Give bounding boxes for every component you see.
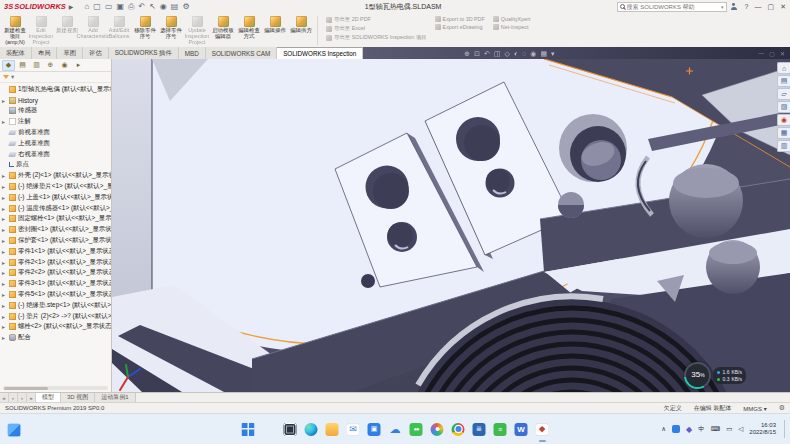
- quick-tool-icon[interactable]: ▣: [116, 3, 124, 11]
- heads-up-tool-icon[interactable]: ▦: [540, 50, 547, 57]
- heads-up-tool-icon[interactable]: ◇: [505, 50, 510, 57]
- export-menu-item[interactable]: 导出至 SOLIDWORKS Inspection 项目: [326, 34, 427, 41]
- show-desktop-button[interactable]: [784, 420, 786, 438]
- expand-arrow-icon[interactable]: ▸: [2, 97, 9, 104]
- taskbar-app-icon[interactable]: [326, 414, 339, 444]
- clock[interactable]: 16:032022/8/15: [749, 422, 776, 436]
- expand-arrow-icon[interactable]: ▸: [2, 313, 9, 320]
- heads-up-tool-icon[interactable]: ◉: [530, 50, 536, 57]
- expand-arrow-icon[interactable]: ▸: [2, 259, 9, 266]
- quick-tool-icon[interactable]: ⎙: [128, 3, 134, 11]
- close-button[interactable]: ✕: [780, 3, 786, 11]
- heads-up-tool-icon[interactable]: ◌: [522, 50, 526, 57]
- widgets-icon[interactable]: [7, 423, 21, 437]
- ribbon-button[interactable]: 新建检查项目 (amp;N): [2, 14, 28, 47]
- tree-item[interactable]: ▸ 上视基准面: [2, 138, 111, 149]
- search-input[interactable]: [627, 4, 719, 10]
- tree-item[interactable]: ▸ 零件2<1> (默认<<默认>_显示状态: [2, 257, 111, 268]
- tree-item[interactable]: ▸ 零件1<1> (默认<<默认>_显示状态: [2, 246, 111, 257]
- ribbon-button[interactable]: 启动模板编辑器: [210, 14, 236, 47]
- quick-tool-icon[interactable]: ↖: [149, 3, 156, 11]
- tab-scroll-button[interactable]: »: [27, 393, 36, 402]
- quick-tool-icon[interactable]: ⌂: [84, 3, 89, 11]
- volume-icon[interactable]: ◁: [738, 425, 743, 433]
- restore-button[interactable]: ▢: [768, 3, 775, 11]
- taskbar-app-icon[interactable]: ▣: [368, 414, 381, 444]
- export-menu-item[interactable]: Net-Inspect: [493, 24, 531, 30]
- taskbar-app-icon[interactable]: W: [515, 414, 528, 444]
- expand-arrow-icon[interactable]: ▸: [2, 334, 9, 341]
- task-pane-icon[interactable]: ▱: [777, 88, 790, 100]
- heads-up-tool-icon[interactable]: ◫: [494, 50, 501, 57]
- expand-arrow-icon[interactable]: ▸: [2, 323, 9, 330]
- view-tab[interactable]: 模型: [36, 393, 61, 402]
- taskbar-app-icon[interactable]: [431, 414, 444, 444]
- help-button[interactable]: ?: [745, 3, 749, 10]
- ribbon-button[interactable]: 移除零件序号: [132, 14, 158, 47]
- tree-item[interactable]: ▸ 零件3<1> (默认<<默认>_显示状态: [2, 278, 111, 289]
- expand-arrow-icon[interactable]: ▸: [2, 118, 9, 125]
- heads-up-tool-icon[interactable]: ▾: [551, 50, 555, 57]
- expand-arrow-icon[interactable]: ▸: [2, 205, 9, 212]
- quick-tool-icon[interactable]: ↶: [138, 3, 145, 11]
- ribbon-button[interactable]: 编辑供方: [288, 14, 314, 47]
- display-icon[interactable]: ▭: [726, 425, 732, 433]
- tree-root-item[interactable]: ▸ 1型轴瓦热电偶 (默认<默认_显示状态-1: [2, 84, 111, 95]
- ribbon-tab[interactable]: 装配体: [0, 47, 32, 59]
- units-selector[interactable]: MMGS ▾: [743, 405, 766, 412]
- tab-scroll-button[interactable]: ‹: [9, 393, 18, 402]
- tree-item[interactable]: ▸ (-) 垫片 (2)<2> ->? (默认<<默认>: [2, 311, 111, 322]
- minimize-button[interactable]: —: [755, 3, 762, 10]
- tree-filter-row[interactable]: ▾: [0, 72, 111, 83]
- tree-item[interactable]: ▸ (-) 温度传感器<1> (默认<<默认>_: [2, 203, 111, 214]
- tree-item[interactable]: ▸ (-) 绝缘垫.step<1> (默认<<默认>: [2, 300, 111, 311]
- ime-indicator[interactable]: 中: [698, 425, 705, 434]
- tree-item[interactable]: ▸ 螺栓<2> (默认<<默认>_显示状态: [2, 322, 111, 333]
- ribbon-button[interactable]: Update Inspection Project: [184, 14, 210, 47]
- taskbar-app-icon[interactable]: [452, 414, 465, 444]
- filter-dropdown-icon[interactable]: ▾: [11, 73, 14, 81]
- tree-item[interactable]: ▸ 原点: [2, 160, 111, 171]
- help-search-box[interactable]: ▾: [617, 2, 727, 12]
- tab-scroll-button[interactable]: ›: [18, 393, 27, 402]
- ribbon-tab[interactable]: SOLIDWORKS 插件: [109, 47, 179, 59]
- ribbon-button[interactable]: 编辑检查方式: [236, 14, 262, 47]
- heads-up-tool-icon[interactable]: ⊕: [464, 50, 470, 57]
- panel-tab-icon[interactable]: ◉: [58, 60, 71, 71]
- expand-arrow-icon[interactable]: ▸: [2, 269, 9, 276]
- taskbar-app-icon[interactable]: [242, 414, 255, 444]
- ribbon-tab[interactable]: SOLIDWORKS Inspection: [277, 47, 363, 59]
- security-shield-icon[interactable]: ◆: [686, 425, 692, 434]
- task-pane-icon[interactable]: ▦: [777, 127, 790, 139]
- tree-item[interactable]: ▸ 零件5<1> (默认<<默认>_显示状态: [2, 289, 111, 300]
- ribbon-tab[interactable]: SOLIDWORKS CAM: [206, 47, 277, 59]
- tree-item[interactable]: ▸ 传感器: [2, 106, 111, 117]
- tree-item[interactable]: ▸ 右视基准面: [2, 149, 111, 160]
- expand-arrow-icon[interactable]: ▸: [2, 226, 9, 233]
- tree-item[interactable]: ▸ 配合: [2, 332, 111, 343]
- quick-tool-icon[interactable]: ▤: [171, 3, 179, 11]
- menu-flyout-arrow[interactable]: ▶: [69, 3, 74, 10]
- quick-tool-icon[interactable]: ▢: [93, 3, 101, 11]
- ribbon-tab[interactable]: MBD: [179, 47, 206, 59]
- task-pane-icon[interactable]: ◉: [777, 114, 790, 126]
- export-menu-item[interactable]: 导出至 2D PDF: [326, 16, 427, 23]
- panel-tab-icon[interactable]: ◆: [2, 60, 15, 71]
- taskbar-app-icon[interactable]: ≡: [494, 414, 507, 444]
- graphics-viewport[interactable]: ⌂▤▱▨◉▦▥ 35% 1.6KB/s 0.3KB/s: [112, 59, 790, 392]
- expand-arrow-icon[interactable]: ▸: [2, 248, 9, 255]
- search-dropdown-icon[interactable]: ▾: [721, 4, 724, 10]
- task-pane-icon[interactable]: ▥: [777, 140, 790, 152]
- ribbon-tab[interactable]: 评估: [83, 47, 109, 59]
- tab-scroll-button[interactable]: «: [0, 393, 9, 402]
- ribbon-button[interactable]: 编辑操作: [262, 14, 288, 47]
- expand-arrow-icon[interactable]: ▸: [2, 280, 9, 287]
- export-menu-item[interactable]: Export to 3D PDF: [435, 16, 485, 22]
- panel-tab-icon[interactable]: ▸: [72, 60, 85, 71]
- export-menu-item[interactable]: 导出至 Excel: [326, 25, 427, 32]
- taskbar-app-icon[interactable]: ✉: [347, 414, 360, 444]
- status-gear-icon[interactable]: ⚙: [779, 404, 785, 412]
- view-tab[interactable]: 3D 视图: [61, 393, 95, 402]
- expand-arrow-icon[interactable]: ▸: [2, 215, 9, 222]
- tree-item[interactable]: ▸ 保护套<1> (默认<<默认>_显示状: [2, 235, 111, 246]
